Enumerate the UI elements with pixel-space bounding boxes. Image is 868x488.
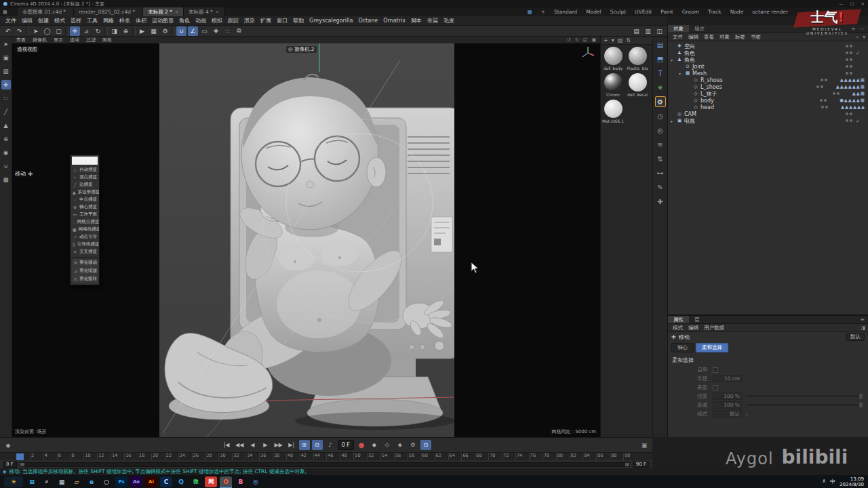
panel-tab[interactable]: 层 — [689, 316, 705, 323]
model-mode-icon[interactable]: ▣ — [1, 53, 11, 62]
prev-key-icon[interactable]: ◀◀ — [234, 440, 245, 450]
visibility-dot[interactable] — [821, 79, 823, 81]
om-menu-item[interactable]: 书签 — [749, 34, 763, 41]
object-row[interactable]: ▸ ▣ 电视 ✓ — [668, 117, 868, 124]
snap-swatch[interactable] — [72, 157, 98, 165]
visibility-dot[interactable] — [820, 99, 823, 102]
viewport-menu-item[interactable]: 查看 — [16, 37, 26, 43]
menu-item[interactable]: 模拟 — [210, 17, 224, 24]
render-picture-viewer-icon[interactable]: ▦ — [149, 26, 159, 36]
goto-end-icon[interactable]: ▶| — [286, 440, 297, 450]
menu-item[interactable]: 扩展 — [258, 17, 273, 24]
object-name[interactable]: L_shoes — [701, 84, 722, 90]
object-name[interactable]: CAM — [684, 111, 696, 117]
render-view-icon[interactable]: ▶ — [137, 26, 147, 36]
layout-toggle-icon[interactable]: ◫ — [654, 26, 665, 36]
layout-option[interactable]: Standard — [554, 9, 577, 15]
keyframe-diamond-icon[interactable]: ◆ — [0, 442, 16, 449]
expander-icon[interactable]: ▾ — [679, 71, 684, 76]
after-effects-icon[interactable]: Ae — [130, 476, 142, 487]
menu-item[interactable]: 工具 — [85, 17, 100, 24]
material-item[interactable]: Mat.Id66.1 — [603, 100, 623, 123]
attr-menu-icon[interactable]: ≡ — [861, 317, 865, 323]
play-icon[interactable]: ▶ — [260, 440, 271, 450]
attr-menu-item[interactable]: 用户数据 — [702, 325, 726, 331]
object-row[interactable]: ◇ L_shoes ▲▲▲▲▲▲▦ — [668, 83, 868, 90]
document-tab[interactable]: 全图摄像 01.c4d * — [18, 7, 74, 16]
key-rotation-icon[interactable]: ◈ — [395, 440, 406, 450]
points-mode-icon[interactable]: ∷ — [1, 94, 11, 103]
lock-workplane-icon[interactable]: ▩ — [1, 175, 11, 184]
divider[interactable] — [104, 27, 108, 35]
current-frame-field[interactable]: 0 F — [338, 440, 354, 450]
menu-item[interactable]: Ornatrix — [381, 18, 408, 24]
menu-item[interactable]: Octane — [356, 18, 380, 24]
scale-tool-icon[interactable]: ⊿ — [81, 26, 92, 36]
constraint-icon[interactable]: ⊶ — [655, 167, 666, 178]
deformer-icon[interactable]: ≋ — [655, 139, 666, 150]
menu-item[interactable]: 毛发 — [441, 17, 456, 24]
move-tool-icon[interactable]: ✛ — [70, 26, 80, 36]
visibility-dot[interactable] — [850, 58, 852, 61]
attribute-checkbox[interactable] — [713, 385, 718, 390]
expander-icon[interactable]: ▸ — [671, 119, 676, 123]
maximize-button[interactable]: ▢ — [850, 1, 854, 7]
panel-tab[interactable]: 对象 — [668, 25, 689, 33]
snap-menu-item[interactable]: ◦ 中点捕捉 — [71, 196, 99, 203]
object-name[interactable]: 角色 — [684, 56, 695, 64]
menu-item[interactable]: 体积 — [134, 17, 149, 24]
viewport-menu-item[interactable]: 选项 — [70, 37, 79, 43]
workplane-mode-icon[interactable]: ✛ — [1, 80, 11, 89]
visibility-dot[interactable] — [850, 113, 852, 115]
document-tab[interactable]: 未标题 2 * ✕ — [143, 7, 184, 16]
object-tags[interactable]: ▲▲▲▲▲▦ — [840, 77, 865, 83]
attribute-slider[interactable] — [747, 395, 863, 397]
snap-menu-item[interactable]: ╱ 边捕捉 — [71, 181, 99, 188]
menu-item[interactable]: 脚本 — [409, 17, 424, 24]
object-tags[interactable]: ●▲▲▲▲▦ — [840, 98, 865, 103]
divider[interactable] — [65, 27, 68, 35]
visibility-dot[interactable] — [846, 119, 848, 122]
grid-toggle-icon[interactable]: ∷ — [222, 26, 233, 36]
tray-expand-icon[interactable]: ∧ — [822, 478, 826, 485]
last-tool-icon[interactable]: ◨ — [109, 26, 119, 36]
visibility-dot[interactable] — [850, 72, 852, 75]
viewport-menu-item[interactable]: 显示 — [54, 37, 63, 43]
view-pan-icon[interactable]: ↻ — [575, 37, 579, 43]
layout-option[interactable]: Model — [586, 9, 601, 15]
rotate-tool-icon[interactable]: ↻ — [93, 26, 103, 36]
coordinates-manager-icon[interactable]: ▤ — [631, 26, 642, 36]
goto-start-icon[interactable]: |◀ — [221, 440, 232, 450]
object-row[interactable]: ✚ 空白 — [668, 43, 868, 49]
key-settings-icon[interactable]: ⚙ — [408, 440, 418, 450]
layout-option[interactable]: Sculpt — [610, 9, 626, 15]
snap-menu-item[interactable]: ╳ 引导线捕捉 — [71, 241, 99, 248]
om-menu-item[interactable]: 文件 — [671, 34, 685, 41]
start-button[interactable]: ⊞ — [26, 476, 38, 487]
content-browser-icon[interactable]: ▥ — [643, 26, 653, 36]
texture-mode-icon[interactable]: ▨ — [1, 66, 11, 76]
scene-manager-icon[interactable]: ▤ — [655, 39, 666, 50]
key-scale-icon[interactable]: ◇ — [382, 440, 393, 450]
object-row[interactable]: ◇ head ▲▲▲▲▲▲ — [668, 104, 868, 110]
visibility-dot[interactable] — [833, 92, 835, 95]
attribute-value[interactable]: 默认 — [713, 410, 743, 418]
visibility-dot[interactable] — [850, 65, 852, 68]
material-item[interactable]: doll_decal — [627, 73, 648, 97]
enabled-check[interactable]: ✓ — [856, 50, 861, 56]
snap-menu-item[interactable]: ↗ 动态引导 — [71, 233, 99, 241]
simulation-icon[interactable]: ✳ — [655, 82, 666, 93]
menu-item[interactable]: 运动图形 — [150, 17, 176, 24]
material-menu-icon[interactable]: ▾ — [612, 37, 614, 43]
object-library-icon[interactable]: ⬒ — [655, 54, 666, 64]
view-maximize-icon[interactable]: ▣ — [591, 37, 596, 43]
viewport-menu-item[interactable]: 面板 — [102, 37, 112, 43]
attribute-subtab[interactable]: 柔和选择 — [696, 343, 728, 352]
menu-item[interactable]: 样条 — [117, 17, 132, 24]
layout-palette-icon[interactable]: ▦ — [528, 9, 532, 15]
attribute-value[interactable]: 100 % — [713, 392, 743, 400]
menu-item[interactable]: 帮助 — [291, 17, 306, 24]
cinema4d-icon[interactable]: C — [160, 476, 172, 487]
add-tab-button[interactable]: + — [541, 9, 545, 15]
frame-snap-icon[interactable]: ⊞ — [299, 440, 310, 450]
